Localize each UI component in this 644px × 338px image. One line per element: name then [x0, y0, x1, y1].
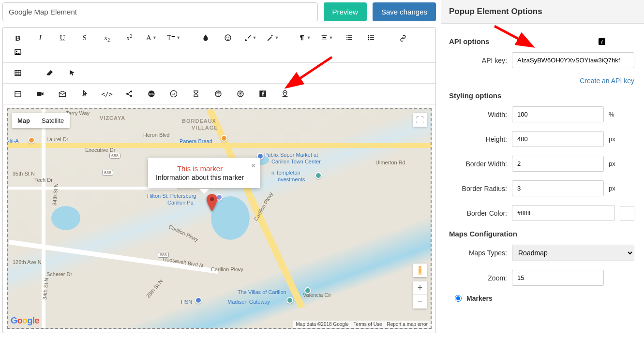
- brush-button[interactable]: ▼: [239, 30, 261, 45]
- info-icon[interactable]: i: [599, 38, 605, 45]
- poi-marker: [195, 297, 202, 304]
- color-swatch[interactable]: [620, 206, 634, 220]
- table-button[interactable]: [7, 66, 29, 80]
- svg-rect-9: [15, 91, 21, 97]
- border-color-input[interactable]: [512, 205, 615, 221]
- emoji-button[interactable]: [217, 30, 239, 45]
- border-radius-label: Border Radius:: [449, 185, 507, 192]
- border-radius-unit: px: [609, 185, 615, 192]
- svg-point-7: [16, 51, 17, 52]
- map-info-window: × This is marker Information about this …: [148, 158, 260, 188]
- svg-point-5: [368, 39, 369, 41]
- api-key-label: API key:: [449, 57, 507, 64]
- info-close-icon[interactable]: ×: [251, 162, 255, 170]
- width-input[interactable]: [512, 106, 604, 122]
- underline-button[interactable]: U: [51, 30, 74, 45]
- styling-section-title: Styling options: [449, 91, 634, 100]
- width-label: Width:: [449, 111, 507, 118]
- strikethrough-button[interactable]: S: [74, 30, 96, 45]
- sms-icon[interactable]: SMS: [140, 87, 163, 101]
- options-panel: Popup Element Options API options i API …: [441, 0, 644, 338]
- map-type-control: Map Satellite: [12, 113, 70, 128]
- google-logo: Google: [11, 316, 39, 326]
- markers-radio[interactable]: [455, 295, 462, 302]
- globe-icon[interactable]: [207, 87, 229, 101]
- paragraph-format-button[interactable]: T▼: [163, 30, 185, 45]
- fullscreen-icon[interactable]: [413, 113, 427, 127]
- calendar-icon[interactable]: [7, 87, 29, 101]
- mail-icon[interactable]: [51, 87, 74, 101]
- map-poi-label: The Villas of Carillon: [238, 289, 286, 295]
- markers-label: Markers: [466, 294, 493, 302]
- hourglass-icon[interactable]: [185, 87, 207, 101]
- map-report-link[interactable]: Report a map error: [387, 322, 428, 327]
- map-poi-label: Investments: [276, 176, 305, 182]
- video-icon[interactable]: [29, 87, 51, 101]
- poi-marker: [221, 135, 227, 142]
- wand-button[interactable]: ▼: [261, 30, 284, 45]
- unordered-list-button[interactable]: [360, 30, 382, 45]
- editor-content[interactable]: VIZCAYA BORDEAUX VILLAGE -fil-A Panera B…: [3, 104, 435, 333]
- ordered-list-button[interactable]: [338, 30, 360, 45]
- map-poi-label: Publix Super Market at: [264, 152, 318, 158]
- zoom-control: + −: [413, 281, 427, 309]
- api-key-input[interactable]: [512, 52, 634, 68]
- font-family-button[interactable]: A▼: [140, 30, 163, 45]
- align-button[interactable]: ▼: [315, 30, 338, 45]
- color-button[interactable]: [195, 30, 217, 45]
- bold-button[interactable]: B: [7, 30, 29, 45]
- toolbar-row-3: </> SMS 18: [3, 84, 435, 104]
- zoom-input[interactable]: [512, 270, 604, 286]
- map-terms-link[interactable]: Terms of Use: [354, 322, 382, 327]
- map-area-label: BORDEAUX: [182, 118, 216, 124]
- svg-point-3: [368, 35, 369, 37]
- age-icon[interactable]: 18: [163, 87, 185, 101]
- superscript-button[interactable]: x2: [118, 30, 140, 45]
- map-poi-label: -fil-A: [8, 138, 19, 144]
- link-button[interactable]: [392, 30, 414, 45]
- map-poi-label: HSN: [181, 299, 192, 305]
- pointer-icon[interactable]: [74, 87, 96, 101]
- share-icon[interactable]: [118, 87, 140, 101]
- eraser-button[interactable]: [39, 66, 61, 80]
- map-poi-label: Panera Bread: [180, 138, 212, 144]
- map-area-label: VIZCAYA: [100, 115, 125, 121]
- maps-config-title: Maps Configuration: [449, 230, 634, 238]
- header-row: Preview Save changes: [2, 2, 436, 21]
- height-input[interactable]: [512, 131, 604, 147]
- maps-types-label: Maps Types:: [449, 249, 507, 257]
- svg-rect-10: [37, 92, 41, 96]
- map-icon[interactable]: [274, 87, 296, 101]
- wheel-icon[interactable]: [229, 87, 252, 101]
- cursor-button[interactable]: [61, 66, 83, 80]
- preview-button[interactable]: Preview: [324, 2, 367, 21]
- code-icon[interactable]: </>: [96, 87, 118, 101]
- map-marker-pin[interactable]: [206, 194, 218, 211]
- border-width-input[interactable]: [512, 156, 604, 172]
- map-poi-label: n Templeton: [271, 170, 300, 176]
- facebook-icon[interactable]: [252, 87, 274, 101]
- svg-point-2: [228, 37, 229, 38]
- maps-types-select[interactable]: Roadmap: [512, 245, 634, 261]
- create-api-key-link[interactable]: Create an API key: [580, 77, 634, 85]
- element-title-input[interactable]: [2, 2, 318, 21]
- image-button[interactable]: [7, 45, 29, 59]
- zoom-out-button[interactable]: −: [413, 295, 427, 309]
- map-area-label: VILLAGE: [192, 125, 218, 131]
- subscript-button[interactable]: x2: [96, 30, 118, 45]
- map-element[interactable]: VIZCAYA BORDEAUX VILLAGE -fil-A Panera B…: [7, 108, 432, 329]
- pegman-icon[interactable]: [413, 264, 427, 277]
- info-title: This is marker: [156, 164, 244, 173]
- poi-marker: [304, 287, 311, 294]
- save-button[interactable]: Save changes: [373, 2, 436, 21]
- toolbar-row-1: B I U S x2 x2 A▼ T▼ ▼ ▼ ▼ ▼: [3, 28, 435, 63]
- svg-text:18: 18: [172, 92, 175, 95]
- zoom-in-button[interactable]: +: [413, 281, 427, 295]
- editor: B I U S x2 x2 A▼ T▼ ▼ ▼ ▼ ▼: [2, 27, 436, 333]
- svg-rect-8: [15, 71, 21, 76]
- italic-button[interactable]: I: [29, 30, 51, 45]
- border-radius-input[interactable]: [512, 180, 604, 196]
- map-tab-satellite[interactable]: Satellite: [36, 113, 70, 128]
- map-tab-map[interactable]: Map: [12, 113, 36, 128]
- paragraph-button[interactable]: ▼: [293, 30, 315, 45]
